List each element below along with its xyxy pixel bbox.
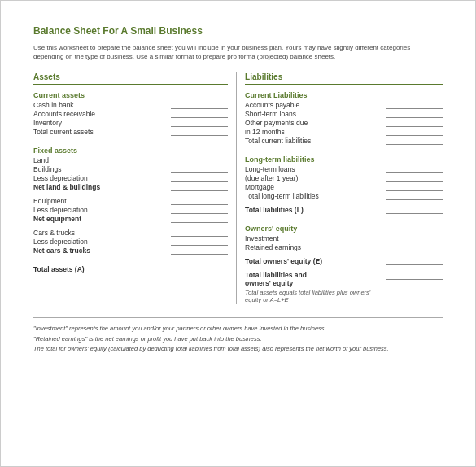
input-field[interactable] [171,216,228,223]
item-label: Cars & trucks [33,229,168,237]
current-assets-header: Current assets [33,91,228,99]
footnotes-section: "Investment" represents the amount you a… [33,317,443,354]
list-item: Less depreciation [33,238,228,246]
input-field[interactable] [386,273,443,280]
input-field[interactable] [386,137,443,145]
item-label: (due after 1 year) [245,174,382,182]
input-field[interactable] [386,166,443,173]
page: Balance Sheet For A Small Business Use t… [0,0,476,467]
item-label: Total current liabilities [245,137,382,145]
input-field[interactable] [171,184,228,191]
input-field[interactable] [386,207,443,214]
item-label: Investment [245,234,382,242]
list-item: Accounts receivable [33,110,228,118]
item-label: Accounts payable [245,101,382,109]
total-assets-field[interactable] [171,266,228,273]
list-item: Less depreciation [33,174,228,182]
input-field[interactable] [171,111,228,118]
total-liabilities-row: Total liabilities (L) [245,206,443,214]
item-label: Cash in bank [33,101,168,109]
item-label-bold: Net cars & trucks [33,247,168,255]
input-field[interactable] [171,129,228,136]
list-item: Inventory [33,119,228,127]
footnote-3: The total for owners' equity (calculated… [33,345,443,354]
input-field[interactable] [171,120,228,127]
list-item: Net cars & trucks [33,247,228,255]
list-item: Accounts payable [245,101,443,109]
input-field[interactable] [386,111,443,118]
item-label: Total long-term liabilities [245,192,382,200]
list-item: Cash in bank [33,101,228,109]
item-label: Less depreciation [33,206,168,214]
item-label: Accounts receivable [33,110,168,118]
total-equity-row: Total owners' equity (E) [245,257,443,265]
list-item: (due after 1 year) [245,174,443,182]
item-label: Other payments due [245,119,382,127]
item-label: Buildings [33,165,168,173]
list-item: Less depreciation [33,206,228,214]
input-field[interactable] [171,238,228,246]
item-label: Less depreciation [33,238,168,246]
input-field[interactable] [171,175,228,182]
footnote-2: "Retained earnings" is the net earnings … [33,335,443,344]
list-item: Mortgage [245,183,443,191]
item-label: Land [33,156,168,164]
assets-column: Assets Current assets Cash in bank Accou… [33,72,236,304]
input-field[interactable] [386,129,443,136]
grand-total-note: Total assets equals total liabilities pl… [245,289,382,303]
liabilities-column: Liabilities Current Liabilities Accounts… [236,72,443,304]
input-field[interactable] [171,157,228,164]
page-title: Balance Sheet For A Small Business [33,25,443,37]
assets-header: Assets [33,72,228,85]
liabilities-header: Liabilities [245,72,443,85]
grand-total-label1: Total liabilities and [245,271,382,279]
input-field[interactable] [386,193,443,200]
list-item: Buildings [33,165,228,173]
list-item: Net equipment [33,215,228,223]
list-item: in 12 months [245,128,443,136]
current-liabilities-header: Current Liabilities [245,91,443,99]
input-field[interactable] [386,258,443,265]
item-label: Total current assets [33,128,168,136]
item-label: Less depreciation [33,174,168,182]
item-label: Mortgage [245,183,382,191]
list-item: Equipment [33,197,228,205]
total-equity-label: Total owners' equity (E) [245,257,382,265]
input-field[interactable] [171,198,228,205]
longterm-liabilities-header: Long-term liabilities [245,155,443,164]
list-item: Total current assets [33,128,228,136]
list-item: Retained earnings [245,243,443,251]
owners-equity-header: Owners' equity [245,225,443,233]
input-field[interactable] [171,247,228,255]
input-field[interactable] [171,207,228,214]
fixed-assets-header: Fixed assets [33,146,228,155]
input-field[interactable] [386,175,443,182]
list-item: Net land & buildings [33,183,228,191]
item-label: Short-term loans [245,110,382,118]
list-item: Total current liabilities [245,137,443,145]
input-field[interactable] [386,120,443,127]
input-field[interactable] [386,102,443,109]
item-label: Retained earnings [245,243,382,251]
total-liabilities-label: Total liabilities (L) [245,206,382,214]
footnote-1: "Investment" represents the amount you a… [33,325,443,334]
list-item: Investment [245,234,443,242]
list-item: Land [33,156,228,164]
item-label: Inventory [33,119,168,127]
list-item: Total long-term liabilities [245,192,443,200]
input-field[interactable] [171,102,228,109]
input-field[interactable] [171,229,228,237]
intro-text: Use this worksheet to prepare the balanc… [33,43,440,61]
input-field[interactable] [171,166,228,173]
input-field[interactable] [386,244,443,251]
item-label-bold: Net land & buildings [33,183,168,191]
main-columns: Assets Current assets Cash in bank Accou… [33,72,443,304]
input-field[interactable] [386,235,443,242]
item-label-bold: Net equipment [33,215,168,223]
list-item: Other payments due [245,119,443,127]
list-item: Short-term loans [245,110,443,118]
grand-total-row: Total liabilities and owners' equity Tot… [245,271,443,303]
grand-total-label2: owners' equity [245,279,382,287]
total-assets-label: Total assets (A) [33,265,168,273]
input-field[interactable] [386,184,443,191]
